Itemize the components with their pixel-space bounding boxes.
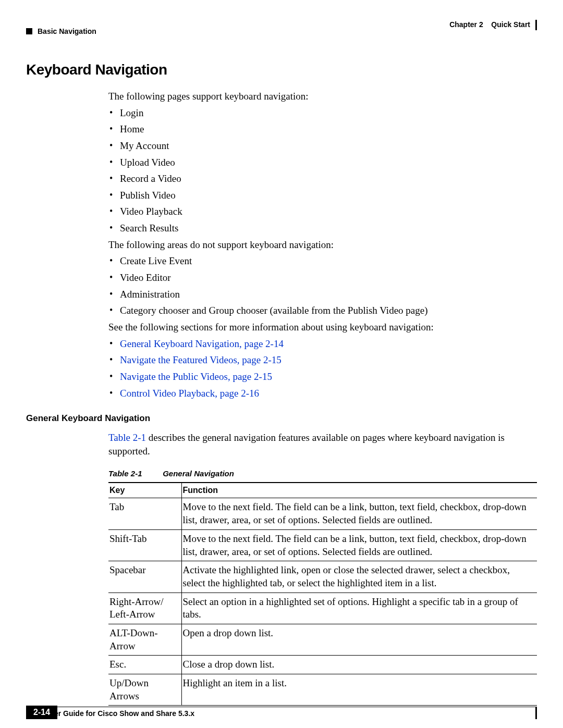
list-item: Upload Video bbox=[120, 156, 537, 169]
cell-key: Esc. bbox=[108, 656, 181, 674]
header-breadcrumb: Basic Navigation bbox=[26, 27, 96, 35]
table-ref-link[interactable]: Table 2-1 bbox=[108, 432, 146, 443]
intro-links: See the following sections for more info… bbox=[108, 320, 537, 334]
xref-link[interactable]: Navigate the Public Videos, page 2-15 bbox=[120, 371, 272, 382]
list-item: Login bbox=[120, 106, 537, 120]
cell-func: Close a drop down list. bbox=[181, 656, 537, 674]
navigation-table: Key Function Tab Move to the next field.… bbox=[108, 482, 537, 706]
xref-link[interactable]: General Keyboard Navigation, page 2-14 bbox=[120, 338, 284, 349]
list-item: Search Results bbox=[120, 221, 537, 235]
xref-link[interactable]: Navigate the Featured Videos, page 2-15 bbox=[120, 354, 282, 365]
breadcrumb-text: Basic Navigation bbox=[38, 27, 96, 35]
intro-unsupported: The following areas do not support keybo… bbox=[108, 238, 537, 252]
content-body: The following pages support keyboard nav… bbox=[26, 90, 537, 400]
list-item: Navigate the Public Videos, page 2-15 bbox=[120, 370, 537, 384]
list-item: My Account bbox=[120, 139, 537, 153]
chapter-label: Chapter 2 bbox=[449, 20, 483, 29]
list-item: Record a Video bbox=[120, 172, 537, 186]
table-caption-title: General Navigation bbox=[163, 469, 234, 478]
cell-func: Select an option in a highlighted set of… bbox=[181, 593, 537, 624]
table-row: Shift-Tab Move to the next field. The fi… bbox=[108, 529, 537, 561]
cell-func: Move to the next field. The field can be… bbox=[181, 529, 537, 561]
table-row: Tab Move to the next field. The field ca… bbox=[108, 498, 537, 529]
cell-func: Open a drop down list. bbox=[181, 624, 537, 655]
table-caption: Table 2-1 General Navigation bbox=[108, 469, 537, 478]
cell-func: Activate the highlighted link, open or c… bbox=[181, 561, 537, 593]
subsection-body: Table 2-1 describes the general navigati… bbox=[26, 431, 537, 706]
cell-key: ALT-Down-Arrow bbox=[108, 624, 181, 655]
intro-supported: The following pages support keyboard nav… bbox=[108, 90, 537, 103]
list-item: Category chooser and Group chooser (avai… bbox=[120, 304, 537, 317]
table-intro-rest: describes the general navigation feature… bbox=[108, 432, 505, 456]
table-caption-label: Table 2-1 bbox=[108, 469, 161, 478]
section-heading: Keyboard Navigation bbox=[26, 61, 537, 78]
list-item: General Keyboard Navigation, page 2-14 bbox=[120, 337, 537, 351]
supported-list: Login Home My Account Upload Video Recor… bbox=[108, 106, 537, 235]
list-item: Create Live Event bbox=[120, 254, 537, 268]
links-list: General Keyboard Navigation, page 2-14 N… bbox=[108, 337, 537, 400]
col-header-function: Function bbox=[181, 483, 537, 498]
cell-func: Highlight an item in a list. bbox=[181, 674, 537, 706]
list-item: Home bbox=[120, 122, 537, 136]
page-number: 2-14 bbox=[26, 706, 57, 719]
footer-doc-title: User Guide for Cisco Show and Share 5.3.… bbox=[45, 707, 194, 718]
list-item: Administration bbox=[120, 288, 537, 301]
list-item: Publish Video bbox=[120, 189, 537, 202]
list-item: Video Editor bbox=[120, 271, 537, 285]
subsection-heading: General Keyboard Navigation bbox=[26, 413, 537, 424]
cell-key: Shift-Tab bbox=[108, 529, 181, 561]
table-intro: Table 2-1 describes the general navigati… bbox=[108, 431, 537, 458]
table-row: Spacebar Activate the highlighted link, … bbox=[108, 561, 537, 593]
cell-key: Tab bbox=[108, 498, 181, 529]
chapter-title: Quick Start bbox=[491, 20, 530, 29]
unsupported-list: Create Live Event Video Editor Administr… bbox=[108, 254, 537, 317]
table-row: Right-Arrow/ Left-Arrow Select an option… bbox=[108, 593, 537, 624]
header-chapter: Chapter 2 Quick Start bbox=[449, 20, 537, 30]
xref-link[interactable]: Control Video Playback, page 2-16 bbox=[120, 388, 259, 399]
cell-func: Move to the next field. The field can be… bbox=[181, 498, 537, 529]
page-footer: User Guide for Cisco Show and Share 5.3.… bbox=[26, 707, 537, 718]
page-header: Chapter 2 Quick Start Basic Navigation bbox=[26, 20, 537, 35]
cell-key: Right-Arrow/ Left-Arrow bbox=[108, 593, 181, 624]
list-item: Navigate the Featured Videos, page 2-15 bbox=[120, 353, 537, 367]
cell-key: Up/Down Arrows bbox=[108, 674, 181, 706]
list-item: Control Video Playback, page 2-16 bbox=[120, 387, 537, 400]
square-bullet-icon bbox=[26, 28, 32, 34]
col-header-key: Key bbox=[108, 483, 181, 498]
cell-key: Spacebar bbox=[108, 561, 181, 593]
list-item: Video Playback bbox=[120, 205, 537, 218]
footer-tick-icon bbox=[535, 707, 537, 719]
table-row: Esc. Close a drop down list. bbox=[108, 656, 537, 674]
table-row: Up/Down Arrows Highlight an item in a li… bbox=[108, 674, 537, 706]
table-row: ALT-Down-Arrow Open a drop down list. bbox=[108, 624, 537, 655]
